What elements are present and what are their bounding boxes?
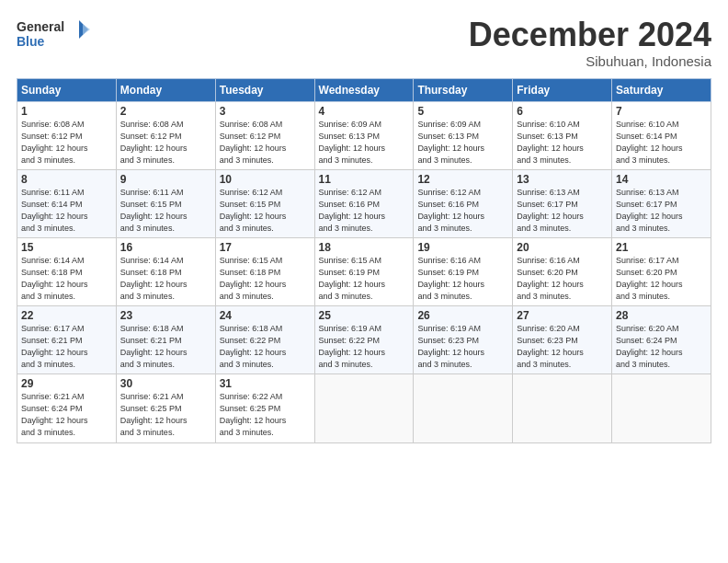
day-number: 24: [220, 309, 311, 322]
day-info: Sunrise: 6:18 AMSunset: 6:22 PMDaylight:…: [220, 323, 311, 371]
day-info: Sunrise: 6:11 AMSunset: 6:15 PMDaylight:…: [120, 187, 211, 235]
day-info: Sunrise: 6:14 AMSunset: 6:18 PMDaylight:…: [21, 255, 112, 303]
calendar-cell: 17Sunrise: 6:15 AMSunset: 6:18 PMDayligh…: [215, 237, 314, 305]
day-number: 10: [220, 173, 311, 186]
day-number: 19: [417, 241, 508, 254]
day-number: 15: [21, 241, 112, 254]
day-number: 27: [517, 309, 608, 322]
day-number: 22: [21, 309, 112, 322]
day-number: 13: [517, 173, 608, 186]
day-info: Sunrise: 6:09 AMSunset: 6:13 PMDaylight:…: [417, 119, 508, 167]
svg-text:General: General: [17, 19, 64, 34]
day-info: Sunrise: 6:11 AMSunset: 6:14 PMDaylight:…: [21, 187, 112, 235]
day-number: 2: [120, 105, 211, 118]
day-number: 26: [417, 309, 508, 322]
day-info: Sunrise: 6:15 AMSunset: 6:18 PMDaylight:…: [220, 255, 311, 303]
day-info: Sunrise: 6:18 AMSunset: 6:21 PMDaylight:…: [120, 323, 211, 371]
day-number: 23: [120, 309, 211, 322]
calendar-cell: [612, 374, 711, 442]
calendar-week-5: 29Sunrise: 6:21 AMSunset: 6:24 PMDayligh…: [17, 374, 711, 442]
calendar-cell: 22Sunrise: 6:17 AMSunset: 6:21 PMDayligh…: [17, 306, 117, 374]
col-tuesday: Tuesday: [215, 78, 314, 101]
day-number: 17: [220, 241, 311, 254]
day-number: 25: [319, 309, 410, 322]
calendar-cell: 30Sunrise: 6:21 AMSunset: 6:25 PMDayligh…: [116, 374, 215, 442]
day-number: 21: [616, 241, 707, 254]
calendar-cell: [314, 374, 414, 442]
day-number: 8: [21, 173, 112, 186]
day-info: Sunrise: 6:13 AMSunset: 6:17 PMDaylight:…: [517, 187, 608, 235]
calendar-cell: [513, 374, 612, 442]
day-info: Sunrise: 6:21 AMSunset: 6:25 PMDaylight:…: [120, 391, 211, 439]
calendar-cell: 31Sunrise: 6:22 AMSunset: 6:25 PMDayligh…: [215, 374, 314, 442]
day-number: 9: [120, 173, 211, 186]
day-info: Sunrise: 6:12 AMSunset: 6:16 PMDaylight:…: [417, 187, 508, 235]
day-number: 11: [319, 173, 410, 186]
col-friday: Friday: [513, 78, 612, 101]
calendar-cell: [414, 374, 513, 442]
header: General Blue December 2024 Sibuhuan, Ind…: [17, 17, 711, 69]
calendar-cell: 1Sunrise: 6:08 AMSunset: 6:12 PMDaylight…: [17, 101, 117, 169]
calendar-cell: 8Sunrise: 6:11 AMSunset: 6:14 PMDaylight…: [17, 169, 117, 237]
day-info: Sunrise: 6:12 AMSunset: 6:15 PMDaylight:…: [220, 187, 311, 235]
day-number: 14: [616, 173, 707, 186]
day-info: Sunrise: 6:08 AMSunset: 6:12 PMDaylight:…: [120, 119, 211, 167]
day-info: Sunrise: 6:16 AMSunset: 6:19 PMDaylight:…: [417, 255, 508, 303]
day-info: Sunrise: 6:15 AMSunset: 6:19 PMDaylight:…: [319, 255, 410, 303]
calendar-cell: 10Sunrise: 6:12 AMSunset: 6:15 PMDayligh…: [215, 169, 314, 237]
calendar-week-2: 8Sunrise: 6:11 AMSunset: 6:14 PMDaylight…: [17, 169, 711, 237]
calendar-week-4: 22Sunrise: 6:17 AMSunset: 6:21 PMDayligh…: [17, 306, 711, 374]
calendar-cell: 23Sunrise: 6:18 AMSunset: 6:21 PMDayligh…: [116, 306, 215, 374]
calendar-cell: 11Sunrise: 6:12 AMSunset: 6:16 PMDayligh…: [314, 169, 414, 237]
day-number: 3: [220, 105, 311, 118]
svg-text:Blue: Blue: [17, 34, 45, 49]
day-number: 30: [120, 377, 211, 390]
day-number: 6: [517, 105, 608, 118]
day-number: 18: [319, 241, 410, 254]
calendar-cell: 6Sunrise: 6:10 AMSunset: 6:13 PMDaylight…: [513, 101, 612, 169]
calendar-cell: 3Sunrise: 6:08 AMSunset: 6:12 PMDaylight…: [215, 101, 314, 169]
calendar-cell: 13Sunrise: 6:13 AMSunset: 6:17 PMDayligh…: [513, 169, 612, 237]
calendar-cell: 19Sunrise: 6:16 AMSunset: 6:19 PMDayligh…: [414, 237, 513, 305]
calendar-cell: 4Sunrise: 6:09 AMSunset: 6:13 PMDaylight…: [314, 101, 414, 169]
day-info: Sunrise: 6:20 AMSunset: 6:23 PMDaylight:…: [517, 323, 608, 371]
title-block: December 2024 Sibuhuan, Indonesia: [469, 17, 711, 69]
calendar-body: 1Sunrise: 6:08 AMSunset: 6:12 PMDaylight…: [17, 101, 711, 442]
day-number: 20: [517, 241, 608, 254]
calendar-cell: 15Sunrise: 6:14 AMSunset: 6:18 PMDayligh…: [17, 237, 117, 305]
calendar-page: General Blue December 2024 Sibuhuan, Ind…: [0, 0, 728, 563]
col-wednesday: Wednesday: [314, 78, 414, 101]
location-subtitle: Sibuhuan, Indonesia: [469, 53, 711, 69]
day-info: Sunrise: 6:20 AMSunset: 6:24 PMDaylight:…: [616, 323, 707, 371]
col-thursday: Thursday: [414, 78, 513, 101]
calendar-cell: 27Sunrise: 6:20 AMSunset: 6:23 PMDayligh…: [513, 306, 612, 374]
day-info: Sunrise: 6:17 AMSunset: 6:21 PMDaylight:…: [21, 323, 112, 371]
day-info: Sunrise: 6:13 AMSunset: 6:17 PMDaylight:…: [616, 187, 707, 235]
svg-marker-3: [83, 24, 90, 35]
calendar-cell: 7Sunrise: 6:10 AMSunset: 6:14 PMDaylight…: [612, 101, 711, 169]
logo-svg: General Blue: [17, 17, 90, 53]
day-number: 7: [616, 105, 707, 118]
col-sunday: Sunday: [17, 78, 117, 101]
day-number: 28: [616, 309, 707, 322]
calendar-cell: 14Sunrise: 6:13 AMSunset: 6:17 PMDayligh…: [612, 169, 711, 237]
calendar-cell: 21Sunrise: 6:17 AMSunset: 6:20 PMDayligh…: [612, 237, 711, 305]
calendar-cell: 12Sunrise: 6:12 AMSunset: 6:16 PMDayligh…: [414, 169, 513, 237]
day-number: 29: [21, 377, 112, 390]
day-info: Sunrise: 6:19 AMSunset: 6:23 PMDaylight:…: [417, 323, 508, 371]
calendar-cell: 20Sunrise: 6:16 AMSunset: 6:20 PMDayligh…: [513, 237, 612, 305]
calendar-week-3: 15Sunrise: 6:14 AMSunset: 6:18 PMDayligh…: [17, 237, 711, 305]
day-info: Sunrise: 6:17 AMSunset: 6:20 PMDaylight:…: [616, 255, 707, 303]
day-info: Sunrise: 6:14 AMSunset: 6:18 PMDaylight:…: [120, 255, 211, 303]
logo: General Blue: [17, 17, 90, 53]
calendar-cell: 24Sunrise: 6:18 AMSunset: 6:22 PMDayligh…: [215, 306, 314, 374]
col-saturday: Saturday: [612, 78, 711, 101]
day-info: Sunrise: 6:10 AMSunset: 6:13 PMDaylight:…: [517, 119, 608, 167]
day-number: 4: [319, 105, 410, 118]
calendar-cell: 29Sunrise: 6:21 AMSunset: 6:24 PMDayligh…: [17, 374, 117, 442]
day-info: Sunrise: 6:10 AMSunset: 6:14 PMDaylight:…: [616, 119, 707, 167]
day-info: Sunrise: 6:19 AMSunset: 6:22 PMDaylight:…: [319, 323, 410, 371]
col-monday: Monday: [116, 78, 215, 101]
day-info: Sunrise: 6:22 AMSunset: 6:25 PMDaylight:…: [220, 391, 311, 439]
day-number: 1: [21, 105, 112, 118]
